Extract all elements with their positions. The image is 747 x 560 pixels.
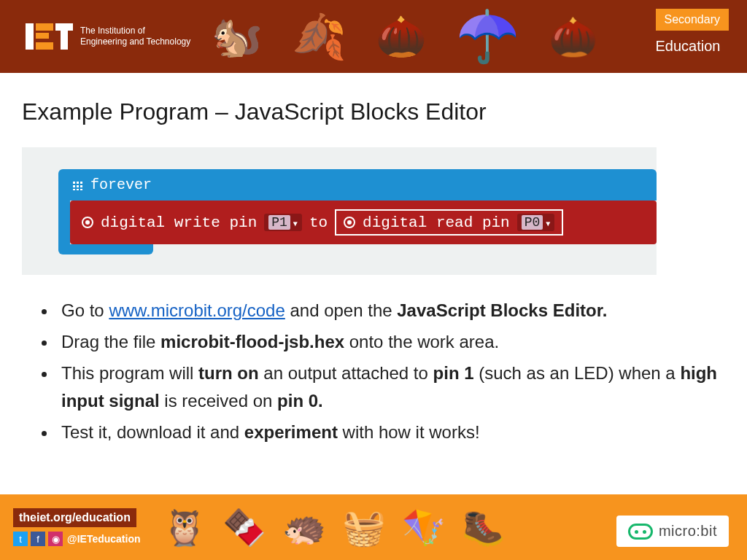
footer-left: theiet.org/education t f ◉ @IETeducation — [13, 508, 141, 546]
write-label: digital write pin — [101, 214, 257, 231]
footer-decorations: 🦉 🍫 🦔 🧺 🪁 🥾 — [163, 507, 506, 548]
read-label: digital read pin — [363, 214, 510, 231]
target-icon — [82, 217, 93, 228]
owl-icon: 🦉 — [163, 507, 206, 548]
slide-content: Example Program – JavaScript Blocks Edit… — [0, 73, 747, 446]
twitter-icon[interactable]: t — [13, 532, 28, 546]
facebook-icon[interactable]: f — [31, 532, 45, 546]
secondary-education-label: Secondary Education — [656, 9, 729, 55]
page-title: Example Program – JavaScript Blocks Edit… — [22, 98, 725, 125]
squirrel-icon: 🐿️ — [212, 12, 263, 61]
step-1: Go to www.microbit.org/code and open the… — [57, 297, 725, 324]
social-handle: @IETeducation — [67, 533, 141, 545]
step-4: Test it, download it and experiment with… — [57, 419, 725, 446]
iet-logo-text: The Institution of Engineering and Techn… — [80, 26, 190, 47]
target-icon — [344, 217, 355, 228]
cocoa-icon: 🍫 — [222, 507, 266, 548]
microbit-badge: micro:bit — [616, 516, 729, 547]
pin-p0-dropdown[interactable]: P0▼ — [517, 214, 555, 231]
microbit-link[interactable]: www.microbit.org/code — [109, 300, 285, 320]
instruction-list: Go to www.microbit.org/code and open the… — [57, 297, 725, 446]
kite-icon: 🪁 — [402, 507, 446, 548]
leaf-icon: 🍂 — [292, 11, 347, 63]
forever-block: forever — [58, 169, 657, 201]
pinecone-icon: 🌰 — [376, 12, 427, 61]
digital-read-block: digital read pin P0▼ — [335, 209, 563, 236]
hedgehog-icon: 🦔 — [282, 507, 326, 548]
pin-p1-dropdown[interactable]: P1▼ — [264, 214, 302, 231]
umbrella-icon: ☂️ — [456, 7, 519, 66]
grid-icon — [71, 180, 83, 190]
iet-logo: The Institution of Engineering and Techn… — [26, 23, 190, 50]
forever-label: forever — [90, 176, 152, 193]
org-line-1: The Institution of — [80, 26, 190, 36]
blocks-editor-screenshot: forever digital write pin P1▼ to digital… — [22, 147, 657, 275]
acorn-icon: 🌰 — [549, 14, 597, 60]
microbit-text: micro:bit — [659, 523, 717, 540]
bottom-banner: theiet.org/education t f ◉ @IETeducation… — [0, 494, 747, 560]
to-label: to — [309, 214, 328, 231]
step-3: This program will turn on an output atta… — [57, 359, 725, 413]
top-banner: The Institution of Engineering and Techn… — [0, 0, 747, 73]
digital-write-block: digital write pin P1▼ to digital read pi… — [70, 201, 657, 244]
education-label: Education — [656, 38, 729, 55]
social-row: t f ◉ @IETeducation — [13, 532, 141, 546]
microbit-icon — [628, 524, 653, 540]
iet-logo-mark — [26, 23, 73, 50]
org-line-2: Engineering and Technology — [80, 36, 190, 47]
step-2: Drag the file microbit-flood-jsb.hex ont… — [57, 328, 725, 355]
wheelbarrow-icon: 🧺 — [342, 507, 386, 548]
boots-icon: 🥾 — [462, 507, 506, 548]
instagram-icon[interactable]: ◉ — [48, 532, 63, 546]
footer-url: theiet.org/education — [13, 508, 136, 527]
secondary-badge: Secondary — [656, 9, 729, 31]
header-decorations: 🐿️ 🍂 🌰 ☂️ 🌰 — [212, 0, 597, 73]
